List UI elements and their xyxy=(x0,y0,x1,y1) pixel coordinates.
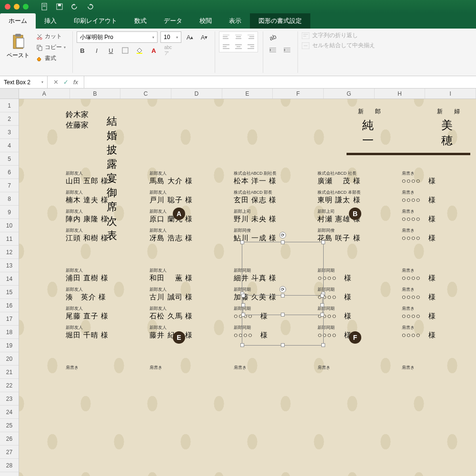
col-header-F[interactable]: F xyxy=(273,89,324,99)
shape-selection-inner[interactable]: ⟳ xyxy=(243,295,323,315)
row-header-20[interactable]: 20 xyxy=(0,352,19,366)
col-header-G[interactable]: G xyxy=(324,89,375,99)
tab-view[interactable]: 表示 xyxy=(220,13,250,29)
resize-handle[interactable] xyxy=(320,313,324,317)
col-header-I[interactable]: I xyxy=(425,89,476,99)
undo-icon[interactable] xyxy=(71,3,79,10)
row-header-16[interactable]: 16 xyxy=(0,299,19,312)
row-header-3[interactable]: 3 xyxy=(0,126,19,139)
col-header-D[interactable]: D xyxy=(171,89,222,99)
window-close[interactable] xyxy=(5,4,10,10)
row-header-2[interactable]: 2 xyxy=(0,112,19,126)
italic-button[interactable]: I xyxy=(91,45,102,56)
row-header-4[interactable]: 4 xyxy=(0,139,19,152)
resize-handle[interactable] xyxy=(240,240,244,244)
fx-icon[interactable]: fx xyxy=(73,79,78,86)
row-header-10[interactable]: 10 xyxy=(0,219,19,232)
row-header-6[interactable]: 6 xyxy=(0,166,19,179)
row-header-5[interactable]: 5 xyxy=(0,152,19,166)
resize-handle[interactable] xyxy=(321,343,325,347)
rotate-handle[interactable]: ⟳ xyxy=(279,232,286,238)
save-icon[interactable] xyxy=(56,3,63,10)
tab-home[interactable]: ホーム xyxy=(0,13,36,29)
row-header-15[interactable]: 15 xyxy=(0,286,19,299)
worksheet-canvas[interactable]: 鈴木家 佐藤家 結婚披露宴御席次表 新 郎 純 一 新 婦 美 穂 新郎友人山田… xyxy=(19,99,476,476)
row-header-26[interactable]: 26 xyxy=(0,432,19,446)
resize-handle[interactable] xyxy=(241,303,245,307)
row-header-7[interactable]: 7 xyxy=(0,179,19,192)
shrink-font[interactable]: A▾ xyxy=(198,31,210,43)
row-header-19[interactable]: 19 xyxy=(0,339,19,352)
format-painter[interactable]: 書式 xyxy=(34,53,68,63)
tab-shape-format[interactable]: 図形の書式設定 xyxy=(250,13,310,29)
resize-handle[interactable] xyxy=(320,303,324,307)
resize-handle[interactable] xyxy=(281,240,285,244)
align-top-left[interactable] xyxy=(220,33,232,41)
tab-layout[interactable]: 印刷レイアウト xyxy=(65,13,126,29)
resize-handle[interactable] xyxy=(241,294,245,298)
col-header-B[interactable]: B xyxy=(70,89,121,99)
resize-handle[interactable] xyxy=(240,343,244,347)
name-box[interactable]: Text Box 2▾ xyxy=(0,76,48,88)
align-left[interactable] xyxy=(220,42,232,51)
formula-input[interactable] xyxy=(84,76,476,88)
phonetic-button[interactable]: abcア xyxy=(162,45,174,56)
paste-button[interactable]: ペースト xyxy=(5,31,31,63)
resize-handle[interactable] xyxy=(320,294,324,298)
col-header-E[interactable]: E xyxy=(222,89,273,99)
row-header-11[interactable]: 11 xyxy=(0,232,19,246)
row-header-8[interactable]: 8 xyxy=(0,192,19,206)
window-minimize[interactable] xyxy=(14,4,20,10)
row-header-12[interactable]: 12 xyxy=(0,246,19,259)
resize-handle[interactable] xyxy=(281,313,285,317)
resize-handle[interactable] xyxy=(281,343,285,347)
row-header-1[interactable]: 1 xyxy=(0,99,19,112)
align-top-right[interactable] xyxy=(245,33,257,41)
tab-formulas[interactable]: 数式 xyxy=(126,13,155,29)
tab-review[interactable]: 校閲 xyxy=(191,13,220,29)
row-header-22[interactable]: 22 xyxy=(0,379,19,392)
document-icon[interactable] xyxy=(40,3,48,10)
copy-button[interactable]: コピー▾ xyxy=(34,42,68,52)
tab-insert[interactable]: 挿入 xyxy=(36,13,65,29)
border-button[interactable] xyxy=(119,45,131,56)
row-header-21[interactable]: 21 xyxy=(0,366,19,379)
select-all-corner[interactable] xyxy=(0,89,19,99)
font-family-select[interactable]: 小塚明朝 Pro▾ xyxy=(77,31,158,43)
row-header-17[interactable]: 17 xyxy=(0,312,19,326)
col-header-H[interactable]: H xyxy=(375,89,426,99)
col-header-A[interactable]: A xyxy=(19,89,70,99)
cancel-icon[interactable]: ✕ xyxy=(53,79,59,86)
merge-cells[interactable]: セルを結合して中央揃え xyxy=(302,41,375,50)
row-header-18[interactable]: 18 xyxy=(0,326,19,339)
underline-button[interactable]: U xyxy=(105,45,117,56)
tab-data[interactable]: データ xyxy=(155,13,191,29)
font-color[interactable]: A xyxy=(148,45,159,56)
font-size-select[interactable]: 10▾ xyxy=(160,31,181,43)
resize-handle[interactable] xyxy=(241,313,245,317)
row-header-24[interactable]: 24 xyxy=(0,406,19,419)
rotate-handle[interactable]: ⟳ xyxy=(279,286,286,293)
orientation-button[interactable]: ab xyxy=(267,31,278,43)
window-maximize[interactable] xyxy=(23,4,29,10)
redo-icon[interactable] xyxy=(86,3,94,10)
wrap-text[interactable]: 文字列の折り返し xyxy=(302,31,375,40)
fill-color[interactable] xyxy=(134,45,145,56)
confirm-icon[interactable]: ✓ xyxy=(63,79,69,86)
resize-handle[interactable] xyxy=(281,294,285,298)
bold-button[interactable]: B xyxy=(77,45,88,56)
resize-handle[interactable] xyxy=(321,240,325,244)
grow-font[interactable]: A▴ xyxy=(184,31,196,43)
row-header-13[interactable]: 13 xyxy=(0,259,19,272)
cut-button[interactable]: カット xyxy=(34,31,68,41)
indent-decrease[interactable] xyxy=(267,45,278,56)
row-header-28[interactable]: 28 xyxy=(0,459,19,472)
row-header-25[interactable]: 25 xyxy=(0,419,19,432)
col-header-C[interactable]: C xyxy=(120,89,171,99)
align-top-center[interactable] xyxy=(233,33,244,41)
row-header-27[interactable]: 27 xyxy=(0,446,19,459)
row-header-9[interactable]: 9 xyxy=(0,206,19,219)
row-header-14[interactable]: 14 xyxy=(0,272,19,286)
align-right[interactable] xyxy=(245,42,257,51)
align-center[interactable] xyxy=(233,42,244,51)
